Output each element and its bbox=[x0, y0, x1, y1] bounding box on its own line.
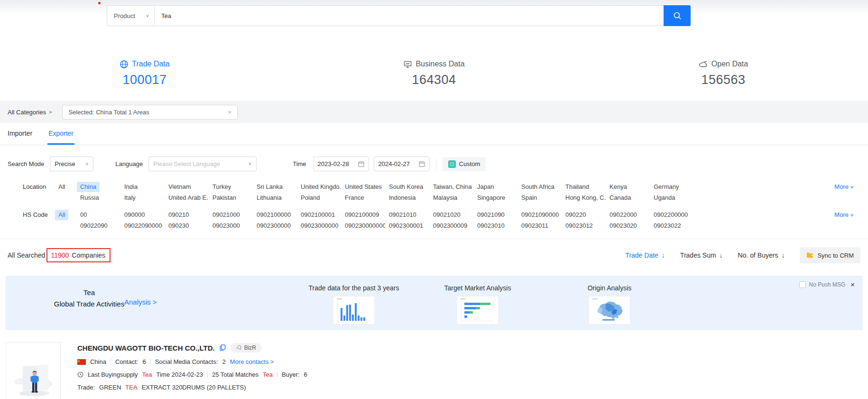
date-from[interactable]: 2023-02-28 bbox=[313, 157, 369, 171]
stats-row: Trade Data 100017 Business Data 164304 O… bbox=[0, 43, 868, 101]
hs-code-option[interactable]: 09021090000 bbox=[518, 210, 562, 220]
location-option[interactable]: Thailand bbox=[562, 182, 592, 192]
hs-code-row-2: 0902209009022090000090230090230000902300… bbox=[77, 221, 694, 231]
sort-option[interactable]: Trade Date ↓ bbox=[625, 251, 665, 259]
hs-code-option[interactable]: 09023000000 bbox=[297, 221, 341, 231]
hs-code-option[interactable]: 00 bbox=[77, 210, 90, 220]
preview-target-market[interactable]: Target Market Analysis bbox=[427, 284, 528, 325]
stat-trade-data[interactable]: Trade Data 100017 bbox=[0, 43, 289, 101]
hs-code-option[interactable]: 09021090 bbox=[474, 210, 508, 220]
location-option[interactable]: Vietnam bbox=[165, 182, 194, 192]
date-to[interactable]: 2024-02-27 bbox=[374, 157, 430, 171]
search-input[interactable] bbox=[155, 6, 664, 26]
location-option[interactable]: Malaysia bbox=[430, 193, 461, 203]
location-option[interactable]: South Africa bbox=[518, 182, 558, 192]
search-mode-select[interactable]: Precise ∨ bbox=[50, 157, 93, 171]
tab[interactable]: Exporter bbox=[47, 123, 74, 145]
location-option[interactable]: Canada bbox=[606, 193, 635, 203]
hs-code-option[interactable]: 09023010 bbox=[474, 221, 508, 231]
hs-code-option[interactable]: 09022090 bbox=[77, 221, 111, 231]
language-select[interactable]: Please Select Language ∨ bbox=[148, 157, 257, 171]
hs-code-option[interactable]: 090220 bbox=[562, 210, 589, 220]
hs-code-option[interactable]: 090230000000 bbox=[342, 221, 385, 231]
company-thumbnail[interactable] bbox=[6, 342, 61, 399]
contact-info-row: China Contact: 6 Social Media Contacts: … bbox=[77, 358, 307, 365]
hs-code-option[interactable]: 0902100001 bbox=[297, 210, 338, 220]
location-option[interactable]: Germany bbox=[650, 182, 682, 192]
location-option[interactable]: Singapore bbox=[474, 193, 508, 203]
location-option[interactable]: Spain bbox=[518, 193, 540, 203]
hs-all-chip[interactable]: All bbox=[55, 210, 68, 220]
location-all-chip[interactable]: All bbox=[55, 182, 68, 192]
hs-code-option[interactable]: 0902300000 bbox=[253, 221, 294, 231]
hs-code-option[interactable]: 09021010 bbox=[386, 210, 420, 220]
preview-origin[interactable]: Origin Analysis bbox=[559, 284, 660, 325]
custom-button[interactable]: Custom bbox=[443, 157, 486, 171]
hs-code-option[interactable]: 090230 bbox=[165, 221, 192, 231]
company-name[interactable]: CHENGDU WAGOTT BIO-TECH CO.,LTD. bbox=[77, 344, 215, 352]
no-push-checkbox[interactable] bbox=[799, 281, 806, 288]
search-mode-label: Search Mode bbox=[8, 160, 44, 167]
location-option[interactable]: Hong Kong, C... bbox=[562, 193, 606, 203]
location-option[interactable]: Turkey bbox=[209, 182, 234, 192]
copy-icon[interactable] bbox=[220, 344, 226, 351]
location-option[interactable]: France bbox=[342, 193, 367, 203]
hs-code-option[interactable]: 09022000 bbox=[606, 210, 640, 220]
hs-code-option[interactable]: 09022090000 bbox=[121, 221, 165, 231]
location-option[interactable]: India bbox=[121, 182, 141, 192]
hs-code-option[interactable]: 090000 bbox=[121, 210, 148, 220]
location-option[interactable]: Uganda bbox=[650, 193, 679, 203]
hs-code-option[interactable]: 09023022 bbox=[650, 221, 684, 231]
trade-keyword: TEA bbox=[125, 384, 137, 391]
sync-to-crm-button[interactable]: Sync to CRM bbox=[800, 247, 860, 263]
clock-icon bbox=[77, 371, 83, 378]
area-select[interactable]: Selected: China Total 1 Areas ∨ bbox=[62, 105, 238, 120]
hs-code-option[interactable]: 0902200000 bbox=[650, 210, 691, 220]
location-option[interactable]: Taiwan, China bbox=[430, 182, 473, 192]
location-option[interactable]: Italy bbox=[121, 193, 139, 203]
location-option[interactable]: South Korea bbox=[386, 182, 426, 192]
hs-code-option[interactable]: 09023012 bbox=[562, 221, 596, 231]
tab[interactable]: Importer bbox=[7, 123, 33, 145]
hs-code-option[interactable]: 09023020 bbox=[606, 221, 640, 231]
hs-code-option[interactable]: 090210 bbox=[165, 210, 192, 220]
location-option[interactable]: United States bbox=[342, 182, 385, 192]
chevron-down-icon: ∨ bbox=[248, 161, 252, 166]
location-option[interactable]: United Arab E... bbox=[165, 193, 209, 203]
hs-code-option[interactable]: 0902300009 bbox=[430, 221, 471, 231]
location-option[interactable]: Japan bbox=[474, 182, 497, 192]
all-categories-link[interactable]: All Categories > bbox=[8, 109, 52, 116]
close-icon[interactable]: × bbox=[850, 281, 855, 288]
hs-code-option[interactable]: 0902100009 bbox=[342, 210, 382, 220]
hs-code-option[interactable]: 09023000 bbox=[209, 221, 243, 231]
search-button[interactable] bbox=[664, 5, 691, 26]
divider bbox=[436, 159, 436, 169]
stat-open-data[interactable]: Open Data 156563 bbox=[579, 43, 868, 101]
location-more-link[interactable]: More ∨ bbox=[834, 182, 854, 192]
location-option[interactable]: Sri Lanka bbox=[253, 182, 286, 192]
location-option[interactable]: Pakistan bbox=[209, 193, 240, 203]
stat-business-data[interactable]: Business Data 164304 bbox=[289, 43, 579, 101]
hs-more-link[interactable]: More ∨ bbox=[834, 210, 854, 220]
stat-label: Trade Data bbox=[132, 60, 169, 68]
bizr-badge[interactable]: BizR bbox=[231, 343, 262, 353]
sort-option[interactable]: Trades Sum ↓ bbox=[680, 251, 723, 259]
location-option[interactable]: China bbox=[77, 182, 100, 192]
location-option[interactable]: Poland bbox=[297, 193, 323, 203]
hs-code-option[interactable]: 0902100000 bbox=[253, 210, 294, 220]
location-option[interactable]: United Kingdo... bbox=[297, 182, 341, 192]
location-option[interactable]: Indonesia bbox=[386, 193, 419, 203]
hs-code-option[interactable]: 09023011 bbox=[518, 221, 552, 231]
hs-code-option[interactable]: 0902300001 bbox=[386, 221, 426, 231]
sort-option[interactable]: No. of Buyers ↓ bbox=[738, 251, 785, 259]
hs-code-option[interactable]: 09021000 bbox=[209, 210, 243, 220]
hs-code-option[interactable]: 09021020 bbox=[430, 210, 464, 220]
more-contacts-link[interactable]: More contacts > bbox=[230, 358, 274, 365]
trade-description-row: Trade: GREEN TEA EXTRACT 320DRUMS (20 PA… bbox=[77, 384, 307, 391]
location-option[interactable]: Lithuania bbox=[253, 193, 285, 203]
preview-trade-data[interactable]: Trade data for the past 3 years bbox=[304, 284, 404, 325]
location-option[interactable]: Russia bbox=[77, 193, 102, 203]
product-select[interactable]: Product ∨ bbox=[107, 6, 155, 26]
location-option[interactable]: Kenya bbox=[606, 182, 630, 192]
analysis-link[interactable]: Analysis > bbox=[124, 298, 157, 306]
